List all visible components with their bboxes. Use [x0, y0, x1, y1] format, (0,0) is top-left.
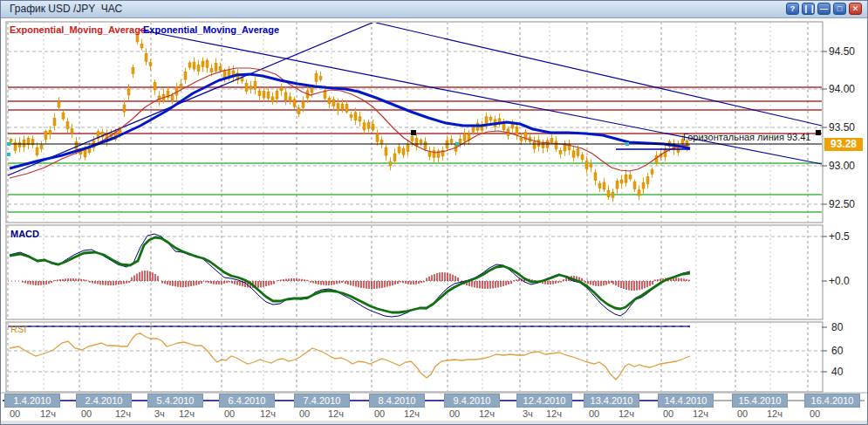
time-label: 00 — [589, 408, 599, 419]
rsi-tick-label: 40 — [831, 366, 843, 378]
price-tick-label: 93.00 — [829, 160, 855, 172]
time-label: 00 — [737, 408, 748, 419]
price-tick-label: 93.50 — [829, 121, 855, 134]
time-label: 12ч — [40, 408, 56, 419]
time-label: 12ч — [179, 408, 195, 419]
price-tick-label: 94.50 — [829, 45, 855, 58]
time-label: 3ч — [154, 408, 165, 419]
date-label: 13.4.2010 — [584, 394, 639, 408]
time-label: 00 — [449, 408, 460, 419]
date-label: 15.4.2010 — [732, 394, 788, 408]
time-label: 12ч — [404, 408, 420, 419]
macd-tick-label: +0.0 — [829, 275, 850, 287]
time-label: 12ч — [479, 408, 495, 419]
rsi-indicator-label: RSI — [10, 324, 26, 334]
time-label: 12ч — [260, 408, 276, 419]
time-label: 12ч — [767, 408, 783, 419]
chart-canvas[interactable] — [1, 1, 868, 425]
date-label: 14.4.2010 — [658, 394, 714, 408]
ema-indicator-label-2: Exponential_Moving_Average — [143, 24, 279, 35]
macd-tick-label: +0.5 — [829, 230, 850, 243]
window-bottom-edge — [1, 421, 867, 425]
price-tick-label: 94.00 — [829, 83, 855, 95]
date-label: 7.4.2010 — [294, 394, 350, 408]
time-label: 12ч — [693, 408, 708, 419]
date-label: 6.4.2010 — [219, 394, 275, 408]
time-label: 00 — [299, 408, 310, 419]
price-tick-label: 92.50 — [829, 198, 855, 210]
time-label: 00 — [224, 408, 235, 419]
time-label: 00 — [374, 408, 385, 419]
time-label: 3ч — [523, 408, 533, 419]
date-label: 12.4.2010 — [516, 394, 572, 408]
date-label: 1.4.2010 — [4, 394, 60, 408]
date-label: 2.4.2010 — [76, 394, 132, 408]
current-price-badge: 93.28 — [824, 138, 863, 151]
horizontal-line-label[interactable]: Горизонтальная линия 93.41 — [683, 132, 810, 142]
time-label: 12ч — [546, 408, 562, 419]
time-label: 00 — [663, 408, 673, 419]
time-label: 12ч — [619, 408, 634, 419]
ema-indicator-label-1: Exponential_Moving_Average — [10, 24, 146, 35]
chart-window: График USD /JPY ЧАС ?❙❙—□✕ Exponential_M… — [0, 0, 868, 425]
date-label: 5.4.2010 — [147, 394, 203, 408]
date-label: 9.4.2010 — [444, 394, 500, 408]
time-label: 00 — [10, 408, 20, 419]
date-label: 8.4.2010 — [369, 394, 425, 408]
time-label: 12ч — [328, 408, 344, 419]
time-label: 00 — [81, 408, 92, 419]
rsi-tick-label: 80 — [831, 321, 843, 333]
rsi-tick-label: 60 — [831, 345, 843, 357]
date-label: 16.4.2010 — [804, 394, 860, 408]
time-label: 12ч — [115, 408, 131, 419]
macd-indicator-label: MACD — [10, 229, 39, 239]
time-label: 00 — [810, 408, 820, 419]
